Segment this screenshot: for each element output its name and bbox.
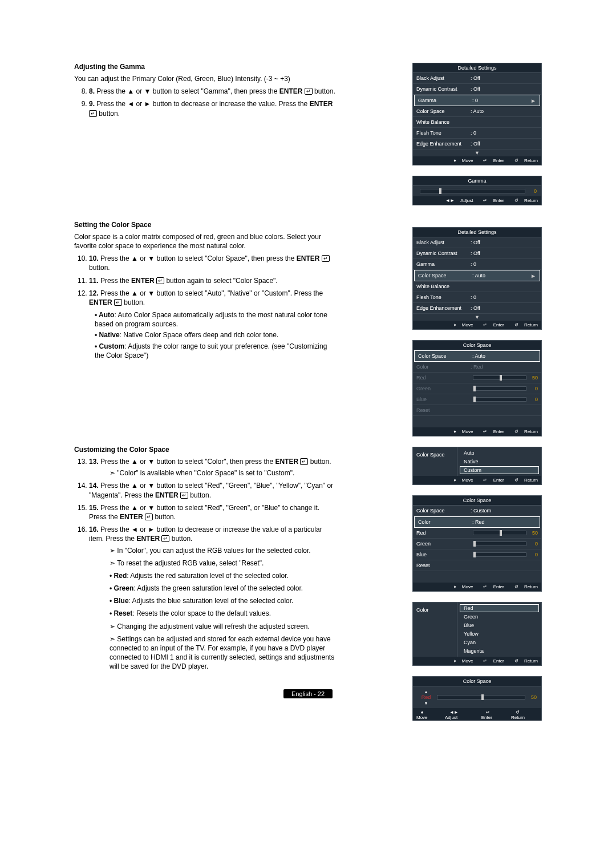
enter-icon: ↵ [305, 88, 313, 95]
menu-item[interactable]: Black Adjust: Off [413, 237, 541, 248]
menu-item[interactable]: Dynamic Contrast: Off [413, 84, 541, 95]
section-custom-colorspace: Customizing the Color Space 13. Press th… [74, 446, 337, 672]
osd-detailed-colorspace: Detailed Settings Black Adjust: Off Dyna… [412, 227, 542, 330]
osd-colorspace-custom: Color Space Color Space: Custom Color: R… [412, 495, 542, 592]
menu-item[interactable]: Color Space: Custom [413, 506, 541, 516]
gamma-slider[interactable]: 0 [413, 186, 541, 196]
section-adjusting-gamma: Adjusting the Gamma You can adjust the P… [74, 63, 337, 118]
menu-item: Reset [413, 405, 541, 416]
menu-item[interactable]: Dynamic Contrast: Off [413, 248, 541, 259]
menu-item[interactable]: White Balance [413, 117, 541, 128]
menu-item[interactable]: Black Adjust: Off [413, 73, 541, 84]
option-magenta[interactable]: Magenta [460, 647, 539, 655]
scroll-down-icon: ▼ [413, 314, 541, 321]
option-blue[interactable]: Blue [460, 621, 539, 629]
slider-blue[interactable]: Blue0 [413, 549, 541, 560]
scroll-down-icon: ▼ [413, 149, 541, 156]
slider-green[interactable]: Green0 [413, 539, 541, 549]
slider-green: Green0 [413, 383, 541, 394]
heading-custom: Customizing the Color Space [74, 446, 337, 454]
option-native[interactable]: Native [460, 458, 539, 466]
menu-item[interactable]: White Balance [413, 281, 541, 292]
colorspace-options: Auto: Auto Color Space automatically adj… [74, 310, 337, 360]
chevron-right-icon: ► [530, 273, 536, 279]
intro-colorspace: Color space is a color matrix composed o… [74, 232, 337, 250]
enter-icon: ↵ [114, 299, 122, 306]
red-adjust-slider[interactable]: ▲Red▼ 50 [413, 686, 541, 708]
osd-detailed-gamma: Detailed Settings Black Adjust: Off Dyna… [412, 63, 542, 165]
heading-colorspace: Setting the Color Space [74, 221, 337, 229]
enter-icon: ↵ [145, 514, 153, 520]
steps-colorspace: 10. Press the ▲ or ▼ button to select "C… [74, 254, 337, 307]
menu-item[interactable]: Gamma: 0 [413, 259, 541, 270]
option-auto[interactable]: Auto [460, 449, 539, 457]
enter-icon: ↵ [89, 110, 97, 117]
menu-item[interactable]: Edge Enhancement: Off [413, 303, 541, 314]
enter-icon: ↵ [161, 535, 169, 542]
menu-item-selected[interactable]: Color: Red [414, 516, 540, 528]
osd-color-dropdown: Color Red Green Blue Yellow Cyan Magenta… [412, 602, 542, 666]
section-setting-colorspace: Setting the Color Space Color space is a… [74, 221, 337, 360]
heading-gamma: Adjusting the Gamma [74, 63, 337, 71]
chevron-right-icon: ► [530, 98, 536, 104]
menu-item: Color: Red [413, 362, 541, 373]
menu-item-reset[interactable]: Reset [413, 560, 541, 571]
menu-item[interactable]: Edge Enhancement: Off [413, 139, 541, 149]
menu-item-selected[interactable]: Gamma: 0► [414, 95, 540, 106]
slider-red: Red50 [413, 373, 541, 383]
osd-red-slider: Color Space ▲Red▼ 50 ♦ Move◄► Adjust↵ En… [412, 676, 542, 721]
steps-gamma: 8. Press the ▲ or ▼ button to select "Ga… [74, 87, 337, 118]
option-cyan[interactable]: Cyan [460, 638, 539, 646]
enter-icon: ↵ [322, 255, 330, 262]
option-custom-selected[interactable]: Custom [460, 466, 539, 474]
osd-colorspace-dropdown: Color Space Auto Native Custom ♦ Move↵ E… [412, 447, 542, 485]
option-red-selected[interactable]: Red [460, 604, 539, 612]
menu-item-selected[interactable]: Color Space: Auto► [414, 270, 540, 281]
enter-icon: ↵ [300, 458, 308, 465]
intro-gamma: You can adjust the Primary Color (Red, G… [74, 74, 337, 83]
enter-icon: ↵ [156, 277, 164, 284]
option-green[interactable]: Green [460, 613, 539, 621]
steps-custom: 13. Press the ▲ or ▼ button to select "C… [74, 457, 337, 672]
menu-item[interactable]: Flesh Tone: 0 [413, 128, 541, 139]
osd-colorspace-auto: Color Space Color Space: Auto Color: Red… [412, 340, 542, 436]
slider-red[interactable]: Red50 [413, 528, 541, 539]
option-yellow[interactable]: Yellow [460, 630, 539, 638]
menu-item[interactable]: Color Space: Auto [413, 106, 541, 117]
menu-item-selected[interactable]: Color Space: Auto [414, 350, 540, 362]
osd-gamma-slider: Gamma 0 ◄► Adjust↵ Enter↺ Return [412, 176, 542, 205]
menu-item[interactable]: Flesh Tone: 0 [413, 292, 541, 303]
enter-icon: ↵ [180, 492, 188, 499]
slider-blue: Blue0 [413, 394, 541, 405]
